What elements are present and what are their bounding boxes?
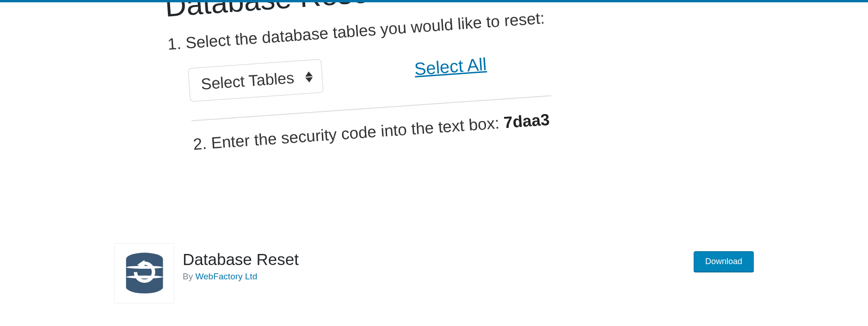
security-code: 7daa3 — [503, 110, 550, 132]
by-prefix: By — [183, 272, 195, 281]
plugin-banner: Database Reset 1. Select the database ta… — [114, 2, 754, 231]
plugin-info: Database Reset By WebFactory Ltd — [183, 250, 694, 282]
select-tables-label: Select Tables — [200, 69, 295, 93]
select-tables-dropdown[interactable]: Select Tables — [188, 59, 323, 102]
plugin-author: By WebFactory Ltd — [183, 272, 694, 282]
download-button[interactable]: Download — [694, 251, 754, 272]
plugin-header: Database Reset By WebFactory Ltd Downloa… — [114, 231, 754, 326]
step-2-text: 2. Enter the security code into the text… — [192, 100, 702, 154]
database-reset-icon — [120, 249, 169, 298]
banner-content: Database Reset 1. Select the database ta… — [114, 2, 754, 168]
plugin-icon — [114, 243, 174, 303]
svg-point-6 — [126, 275, 163, 278]
plugin-title: Database Reset — [183, 250, 694, 269]
select-all-link[interactable]: Select All — [414, 54, 487, 79]
dropdown-arrows-icon — [305, 71, 313, 83]
author-link[interactable]: WebFactory Ltd — [195, 272, 257, 281]
step-2-prefix: 2. Enter the security code into the text… — [192, 114, 504, 153]
